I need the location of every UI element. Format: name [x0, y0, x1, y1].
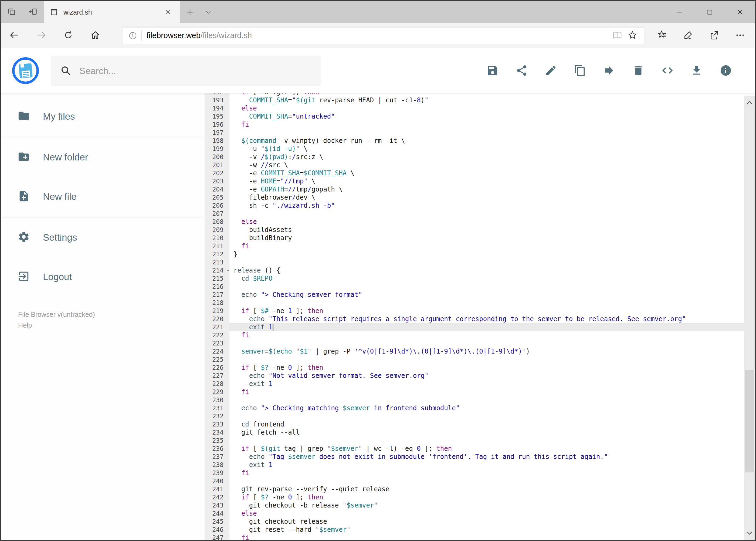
code-line[interactable]: 217 echo "> Checking semver format": [205, 290, 755, 299]
edit-button[interactable]: [536, 56, 566, 86]
sidebar-item-my-files[interactable]: My files: [1, 97, 205, 136]
code-line[interactable]: 212}: [205, 250, 755, 258]
sidebar-item-logout[interactable]: Logout: [1, 257, 205, 296]
code-line[interactable]: 192 if [ -d .git ]; then: [205, 94, 755, 96]
delete-button[interactable]: [624, 56, 653, 86]
code-line[interactable]: 209 buildAssets: [205, 226, 755, 234]
code-line[interactable]: 198 $(command -v winpty) docker run --rm…: [205, 137, 755, 145]
code-line[interactable]: 242 if [ $? -ne 0 ]; then: [205, 493, 755, 501]
code-line[interactable]: 207: [205, 210, 755, 218]
home-button[interactable]: [82, 23, 109, 48]
address-bar[interactable]: filebrowser.web/files/wizard.sh: [123, 27, 644, 44]
window-maximize-button[interactable]: [695, 1, 725, 23]
sidebar-item-new-file[interactable]: New file: [1, 177, 205, 216]
help-link[interactable]: Help: [18, 320, 205, 330]
info-button[interactable]: [711, 56, 740, 86]
code-line[interactable]: 229 fi: [205, 388, 755, 396]
code-line[interactable]: 238 exit 1: [205, 461, 755, 469]
save-button[interactable]: [478, 56, 507, 86]
window-close-button[interactable]: [725, 1, 755, 23]
code-line[interactable]: 219 if [ $# -ne 1 ]; then: [205, 307, 755, 315]
code-line[interactable]: 233 cd frontend: [205, 420, 755, 428]
code-line[interactable]: 218: [205, 299, 755, 307]
refresh-button[interactable]: [55, 23, 82, 48]
code-line[interactable]: 210 buildBinary: [205, 234, 755, 242]
tab-list-chevron-icon[interactable]: [200, 1, 217, 23]
code-line[interactable]: 239 fi: [205, 469, 755, 477]
scroll-down-chevron-icon[interactable]: [744, 527, 755, 539]
code-line[interactable]: 216: [205, 282, 755, 290]
code-line[interactable]: 227 echo "Not valid semver format. See s…: [205, 372, 755, 380]
download-button[interactable]: [682, 56, 711, 86]
code-line[interactable]: 193 COMMIT_SHA="$(git rev-parse HEAD | c…: [205, 96, 755, 104]
sidebar-item-settings[interactable]: Settings: [1, 218, 205, 257]
set-tabs-aside-button[interactable]: [22, 1, 44, 23]
code-line[interactable]: 224 semver=$(echo "$1" | grep -P '^v(0|[…: [205, 347, 755, 355]
code-view-button[interactable]: [653, 56, 682, 86]
code-line[interactable]: 215 cd $REPO: [205, 274, 755, 282]
code-line[interactable]: 235: [205, 436, 755, 445]
code-line[interactable]: 243 git checkout -b release "$semver": [205, 501, 755, 509]
code-line[interactable]: 230: [205, 396, 755, 404]
code-line[interactable]: 205 filebrowser/dev \: [205, 194, 755, 202]
code-line[interactable]: 195 COMMIT_SHA="untracked": [205, 112, 755, 121]
sidebar-item-new-folder[interactable]: New folder: [1, 138, 205, 177]
code-line[interactable]: 228 exit 1: [205, 380, 755, 388]
scrollbar-thumb[interactable]: [745, 370, 754, 472]
code-line[interactable]: 220 echo "This release script requires a…: [205, 315, 755, 323]
tab-preview-button[interactable]: [1, 1, 22, 23]
code-line[interactable]: 202 -e COMMIT_SHA=$COMMIT_SHA \: [205, 169, 755, 177]
code-line[interactable]: 231 echo "> Checking matching $semver in…: [205, 404, 755, 412]
code-line[interactable]: 222 fi: [205, 331, 755, 339]
add-favorite-button[interactable]: [625, 30, 640, 41]
code-line[interactable]: 234 git fetch --all: [205, 428, 755, 436]
code-editor[interactable]: 192 if [ -d .git ]; then193 COMMIT_SHA="…: [205, 94, 755, 540]
share-button[interactable]: [507, 56, 536, 86]
tab-close-icon[interactable]: [162, 6, 174, 18]
share-page-button[interactable]: [701, 23, 727, 48]
url-text[interactable]: filebrowser.web/files/wizard.sh: [146, 31, 252, 40]
search-input[interactable]: [79, 66, 312, 76]
annotate-button[interactable]: [675, 23, 701, 48]
code-line[interactable]: 211 fi: [205, 242, 755, 250]
code-line[interactable]: 203 -e HOME="//tmp" \: [205, 177, 755, 185]
code-line[interactable]: 247 fi: [205, 534, 755, 540]
code-line[interactable]: 201 -w //src \: [205, 161, 755, 169]
code-line[interactable]: 237 echo "Tag $semver does not exist in …: [205, 453, 755, 461]
code-line[interactable]: 196 fi: [205, 121, 755, 129]
code-line[interactable]: 240: [205, 477, 755, 485]
scroll-up-chevron-icon[interactable]: [744, 97, 755, 109]
code-line[interactable]: 244 else: [205, 509, 755, 517]
back-button[interactable]: [1, 23, 28, 48]
code-line[interactable]: 245 git checkout release: [205, 517, 755, 526]
hub-favorites-button[interactable]: [649, 23, 675, 48]
code-line[interactable]: 214▾release () {: [205, 266, 755, 274]
search-box[interactable]: [51, 56, 321, 86]
forward-button[interactable]: [28, 23, 55, 48]
code-line[interactable]: 200 -v /$(pwd):/src:z \: [205, 153, 755, 161]
code-line[interactable]: 225: [205, 355, 755, 363]
move-button[interactable]: [595, 56, 624, 86]
new-tab-button[interactable]: [180, 1, 200, 23]
window-minimize-button[interactable]: [664, 1, 695, 23]
filebrowser-logo[interactable]: [12, 57, 39, 84]
code-line[interactable]: 221 exit 1: [205, 323, 755, 331]
reading-view-button[interactable]: [610, 31, 625, 41]
page-scrollbar[interactable]: [744, 96, 755, 540]
code-line[interactable]: 199 -u "$(id -u)" \: [205, 145, 755, 153]
code-line[interactable]: 236 if [ $(git tag | grep "$semver" | wc…: [205, 445, 755, 453]
code-line[interactable]: 232: [205, 412, 755, 420]
copy-button[interactable]: [566, 56, 595, 86]
tab-wizard-sh[interactable]: wizard.sh: [44, 1, 180, 23]
code-line[interactable]: 204 -e GOPATH=//tmp/gopath \: [205, 185, 755, 194]
code-line[interactable]: 208 else: [205, 218, 755, 226]
code-line[interactable]: 194 else: [205, 104, 755, 112]
code-line[interactable]: 206 sh -c "./wizard.sh -b": [205, 202, 755, 210]
more-options-button[interactable]: [727, 23, 753, 48]
fold-arrow-icon[interactable]: ▾: [227, 266, 229, 274]
site-info-icon[interactable]: [127, 31, 139, 40]
code-line[interactable]: 223: [205, 339, 755, 347]
code-line[interactable]: 213: [205, 258, 755, 266]
code-line[interactable]: 241 git rev-parse --verify --quiet relea…: [205, 485, 755, 493]
code-line[interactable]: 226 if [ $? -ne 0 ]; then: [205, 363, 755, 372]
